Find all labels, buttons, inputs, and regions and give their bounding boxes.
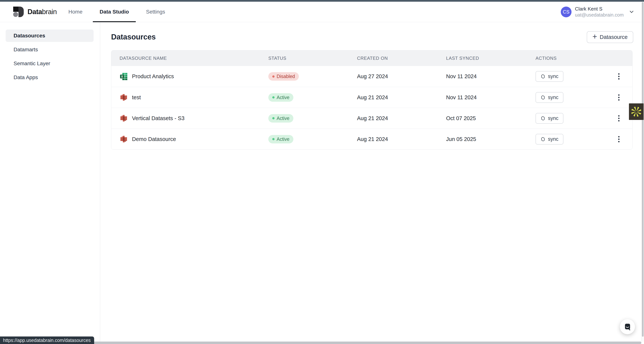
- column-header-datasource-name: DATASOURCE NAME: [111, 56, 260, 61]
- chat-bubble-icon: [623, 322, 632, 331]
- row-menu-kebab-icon[interactable]: [617, 93, 621, 102]
- sidebar: Datasources Datamarts Semantic Layer Dat…: [0, 22, 100, 344]
- status-badge: Active: [268, 135, 294, 144]
- datasource-name: Vertical Datasets - S3: [132, 115, 184, 121]
- datasources-table: DATASOURCE NAME STATUS CREATED ON LAST S…: [111, 50, 632, 150]
- datasource-name: Demo Datasource: [132, 136, 176, 142]
- status-dot-icon: [272, 75, 274, 78]
- sidebar-item-semantic-layer[interactable]: Semantic Layer: [6, 57, 94, 70]
- excel-icon: X: [120, 72, 128, 81]
- redshift-icon: [120, 114, 128, 122]
- last-synced-value: Jun 05 2025: [438, 136, 527, 142]
- table-row[interactable]: X Product Analytics Disabled Aug 27 2024…: [111, 66, 632, 87]
- brand[interactable]: Databrain: [13, 6, 57, 17]
- created-on-value: Aug 21 2024: [349, 94, 438, 101]
- main-content: Datasources + Datasource DATASOURCE NAME…: [100, 22, 644, 344]
- created-on-value: Aug 21 2024: [349, 115, 438, 121]
- sync-button[interactable]: sync: [536, 113, 564, 124]
- sync-button[interactable]: sync: [536, 134, 564, 145]
- created-on-value: Aug 27 2024: [349, 73, 438, 80]
- table-row[interactable]: Demo Datasource Active Aug 21 2024 Jun 0…: [111, 129, 632, 150]
- vertical-scrollbar[interactable]: [641, 2, 644, 342]
- status-dot-icon: [272, 96, 274, 99]
- status-badge: Disabled: [268, 72, 299, 81]
- chat-launcher[interactable]: [620, 319, 635, 334]
- last-synced-value: Oct 07 2025: [438, 115, 527, 121]
- sync-label: sync: [548, 95, 558, 100]
- datasource-name: test: [132, 94, 141, 101]
- sidebar-item-data-apps[interactable]: Data Apps: [6, 71, 94, 84]
- link-url-status-bar: https://app.usedatabrain.com/datasources: [0, 337, 94, 344]
- status-badge: Active: [268, 93, 294, 102]
- plus-icon: +: [592, 33, 597, 41]
- column-header-created-on: CREATED ON: [349, 56, 438, 61]
- user-menu[interactable]: CS Clark Kent S uat@usedatabrain.com: [561, 6, 634, 18]
- column-header-status: STATUS: [260, 56, 349, 61]
- tab-home[interactable]: Home: [62, 2, 89, 22]
- status-badge: Active: [268, 114, 294, 123]
- column-header-actions: ACTIONS: [527, 56, 632, 61]
- add-datasource-label: Datasource: [600, 34, 628, 40]
- sidebar-item-datasources[interactable]: Datasources: [6, 29, 94, 42]
- add-datasource-button[interactable]: + Datasource: [587, 31, 633, 43]
- user-meta: Clark Kent S uat@usedatabrain.com: [575, 6, 624, 18]
- last-synced-value: Nov 11 2024: [438, 94, 527, 101]
- table-row[interactable]: Vertical Datasets - S3 Active Aug 21 202…: [111, 108, 632, 129]
- chevron-down-icon: [628, 9, 634, 15]
- user-name: Clark Kent S: [575, 6, 624, 12]
- sync-label: sync: [548, 136, 558, 142]
- svg-text:X: X: [121, 75, 123, 78]
- row-menu-kebab-icon[interactable]: [617, 114, 621, 123]
- avatar: CS: [561, 6, 572, 17]
- status-dot-icon: [272, 138, 274, 140]
- brand-wordmark: Databrain: [28, 8, 57, 16]
- assistant-fab[interactable]: [629, 103, 644, 120]
- databrain-logo-icon: [13, 6, 24, 17]
- redshift-icon: [120, 135, 128, 143]
- os-top-strip: [0, 0, 644, 2]
- main-nav: Home Data Studio Settings: [62, 2, 172, 22]
- tab-data-studio[interactable]: Data Studio: [93, 2, 136, 22]
- last-synced-value: Nov 11 2024: [438, 73, 527, 80]
- row-menu-kebab-icon[interactable]: [617, 72, 621, 81]
- column-header-last-synced: LAST SYNCED: [438, 56, 527, 61]
- refresh-icon: [540, 137, 546, 142]
- vertical-scrollbar-thumb[interactable]: [642, 2, 644, 337]
- asterisk-icon: [631, 106, 642, 117]
- status-dot-icon: [272, 117, 274, 119]
- redshift-icon: [120, 93, 128, 102]
- datasource-name: Product Analytics: [132, 73, 174, 80]
- refresh-icon: [540, 116, 546, 121]
- sync-button[interactable]: sync: [536, 71, 564, 82]
- table-row[interactable]: test Active Aug 21 2024 Nov 11 2024 sync: [111, 87, 632, 108]
- sync-button[interactable]: sync: [536, 92, 564, 103]
- horizontal-scrollbar[interactable]: [0, 342, 641, 344]
- user-email: uat@usedatabrain.com: [575, 12, 624, 18]
- sidebar-item-datamarts[interactable]: Datamarts: [6, 43, 94, 56]
- top-navbar: Databrain Home Data Studio Settings CS C…: [0, 2, 644, 22]
- tab-settings[interactable]: Settings: [139, 2, 172, 22]
- refresh-icon: [540, 95, 546, 100]
- page-title: Datasources: [111, 33, 156, 41]
- row-menu-kebab-icon[interactable]: [617, 135, 621, 144]
- sidebar-list: Datasources Datamarts Semantic Layer Dat…: [0, 22, 100, 84]
- sync-label: sync: [548, 73, 558, 79]
- table-header-row: DATASOURCE NAME STATUS CREATED ON LAST S…: [111, 50, 632, 66]
- sync-label: sync: [548, 115, 558, 121]
- created-on-value: Aug 21 2024: [349, 136, 438, 142]
- refresh-icon: [540, 74, 546, 79]
